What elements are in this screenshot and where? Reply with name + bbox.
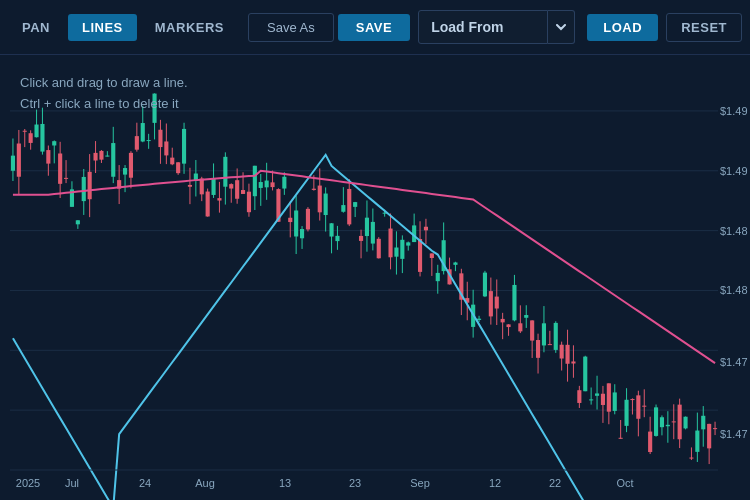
reset-button[interactable]: RESET (666, 13, 742, 42)
load-from-container: Load From (418, 10, 575, 44)
load-from-dropdown-button[interactable] (548, 10, 575, 44)
chevron-down-icon (556, 24, 566, 31)
toolbar: PAN LINES MARKERS Save As SAVE Load From… (0, 0, 750, 55)
chart-canvas[interactable] (0, 55, 750, 500)
load-from-label: Load From (418, 10, 548, 44)
load-button[interactable]: LOAD (587, 14, 658, 41)
chart-area[interactable]: Click and drag to draw a line. Ctrl + cl… (0, 55, 750, 500)
markers-button[interactable]: MARKERS (141, 14, 238, 41)
pan-button[interactable]: PAN (8, 14, 64, 41)
save-as-button[interactable]: Save As (248, 13, 334, 42)
save-button[interactable]: SAVE (338, 14, 410, 41)
lines-button[interactable]: LINES (68, 14, 137, 41)
